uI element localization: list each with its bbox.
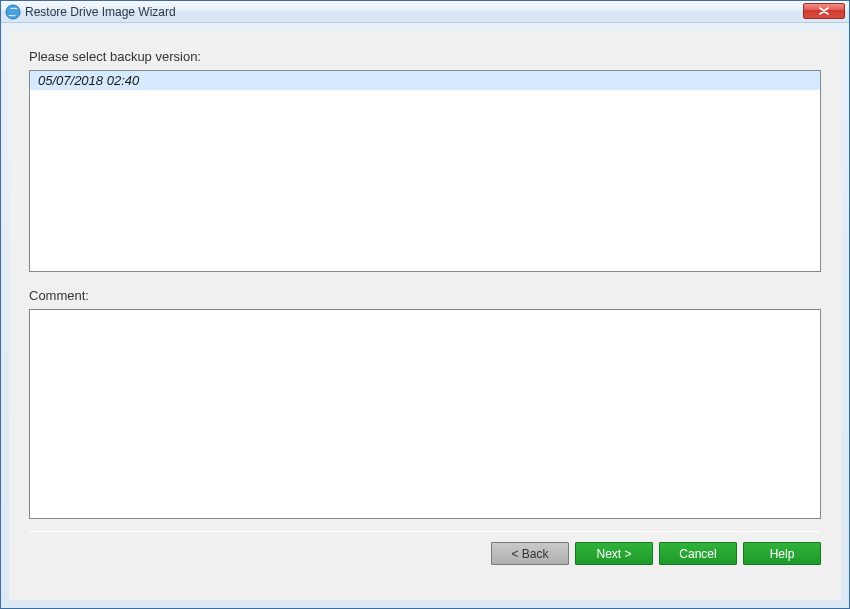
- select-version-label: Please select backup version:: [29, 49, 821, 64]
- comment-label: Comment:: [29, 288, 821, 303]
- cancel-button[interactable]: Cancel: [659, 542, 737, 565]
- wizard-window: Restore Drive Image Wizard Please select…: [0, 0, 850, 609]
- svg-point-0: [6, 5, 20, 19]
- comment-textarea[interactable]: [29, 309, 821, 519]
- separator: [29, 531, 821, 532]
- backup-version-list[interactable]: 05/07/2018 02:40: [29, 70, 821, 272]
- titlebar[interactable]: Restore Drive Image Wizard: [1, 1, 849, 23]
- wizard-content: Please select backup version: 05/07/2018…: [9, 31, 841, 600]
- app-icon: [5, 4, 21, 20]
- next-button[interactable]: Next >: [575, 542, 653, 565]
- list-item[interactable]: 05/07/2018 02:40: [30, 71, 820, 90]
- back-button[interactable]: < Back: [491, 542, 569, 565]
- window-title: Restore Drive Image Wizard: [25, 5, 176, 19]
- close-button[interactable]: [803, 3, 845, 19]
- help-button[interactable]: Help: [743, 542, 821, 565]
- button-row: < Back Next > Cancel Help: [29, 542, 821, 565]
